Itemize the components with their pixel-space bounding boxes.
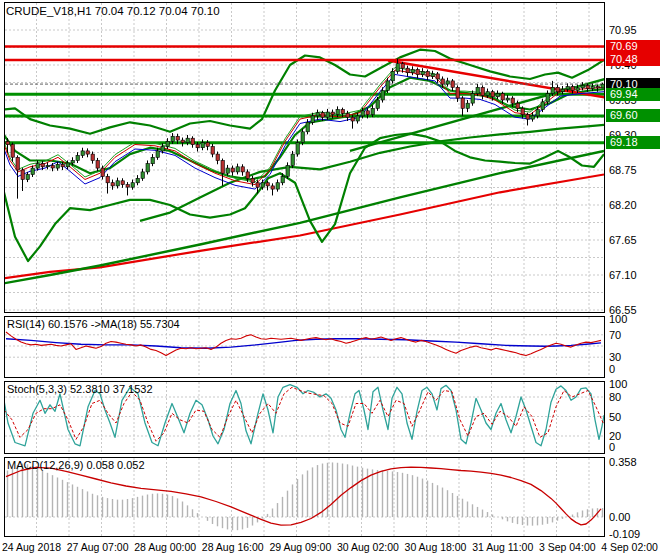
time-tick: 30 Aug 02:00: [337, 541, 399, 553]
rsi-tick: 100: [609, 313, 627, 325]
stoch-tick: 50: [609, 411, 621, 423]
rsi-tick: 0: [609, 363, 615, 375]
time-tick: 31 Aug 11:00: [472, 541, 533, 553]
time-tick: 24 Aug 2018: [2, 541, 61, 553]
time-tick: 28 Aug 00:00: [134, 541, 196, 553]
stoch-tick: 100: [609, 378, 627, 390]
macd-tick: 0.00: [609, 511, 630, 523]
price-badge: 70.48: [606, 53, 660, 66]
price-badge: 69.94: [606, 88, 660, 101]
stoch-tick: 80: [609, 391, 621, 403]
stoch-indicator-label: Stoch(5,3,3) 52.3810 37.1532: [7, 383, 153, 395]
trading-chart-window: CRUDE_V18,H1 70.04 70.12 70.04 70.10 RSI…: [0, 0, 660, 560]
rsi-tick: 30: [609, 351, 621, 363]
time-tick: 27 Aug 07:00: [67, 541, 129, 553]
macd-tick: 0.358: [609, 456, 637, 468]
time-axis[interactable]: 24 Aug 201827 Aug 07:0028 Aug 00:0028 Au…: [2, 541, 658, 553]
rsi-tick: 70: [609, 329, 621, 341]
price-tick: 67.10: [609, 269, 637, 281]
chart-title: CRUDE_V18,H1 70.04 70.12 70.04 70.10: [6, 5, 220, 17]
stoch-tick: 0: [609, 441, 615, 453]
price-badge: 70.69: [606, 40, 660, 53]
price-tick: 68.75: [609, 164, 637, 176]
time-tick: 30 Aug 18:00: [405, 541, 467, 553]
macd-tick: -0.109: [609, 528, 640, 540]
time-tick: 28 Aug 16:00: [202, 541, 264, 553]
time-tick: 3 Sep 04:00: [539, 541, 596, 553]
macd-indicator-label: MACD(12,26,9) 0.058 0.052: [7, 459, 145, 471]
price-tick: 70.95: [609, 24, 637, 36]
price-badge: 69.18: [606, 136, 660, 149]
rsi-indicator-label: RSI(14) 60.1576 ->MA(18) 55.7304: [7, 318, 180, 330]
time-tick: 4 Sep 02:00: [601, 541, 658, 553]
price-badge: 69.60: [606, 109, 660, 122]
time-tick: 29 Aug 09:00: [269, 541, 331, 553]
price-tick: 67.65: [609, 234, 637, 246]
price-tick: 68.20: [609, 199, 637, 211]
